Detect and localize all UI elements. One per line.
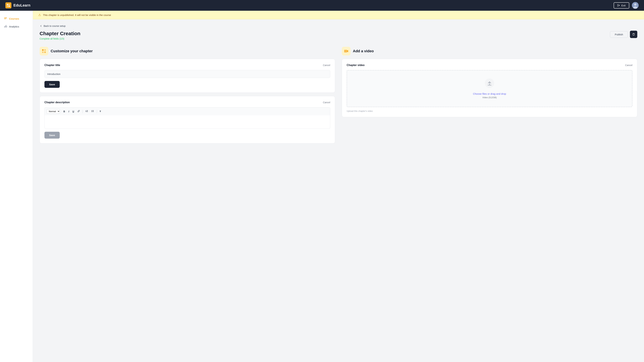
svg-rect-25 [92, 110, 94, 111]
brand-name: EduLearn [14, 3, 30, 7]
svg-point-24 [92, 112, 92, 112]
sidebar-analytics-label: Analytics [9, 25, 19, 28]
svg-point-5 [634, 3, 636, 6]
svg-rect-15 [44, 49, 46, 51]
delete-icon [632, 33, 635, 36]
navbar: EduLearn Exit [0, 0, 644, 11]
svg-rect-13 [7, 26, 7, 27]
sidebar: Courses Analytics [0, 11, 33, 362]
chapter-title-save-button[interactable]: Save [44, 81, 60, 88]
warning-banner: ⚠ This chapter is unpublished. It will n… [33, 11, 644, 19]
delete-button[interactable] [630, 31, 637, 38]
svg-rect-0 [7, 4, 8, 5]
exit-label: Exit [621, 4, 626, 7]
ordered-list-button[interactable]: 1. [84, 109, 90, 113]
svg-rect-28 [344, 50, 347, 52]
chapter-description-card: Chapter description Cancel Normal B I U [40, 96, 335, 143]
page-header: Chapter Creation Complete all fields (1/… [40, 31, 637, 40]
customize-icon-wrap [40, 47, 48, 55]
sidebar-item-analytics[interactable]: Analytics [0, 23, 33, 30]
chapter-title-cancel-button[interactable]: Cancel [323, 64, 330, 66]
brand: EduLearn [5, 2, 30, 8]
svg-rect-27 [92, 112, 94, 112]
chapter-title-card-header: Chapter title Cancel [44, 64, 330, 67]
video-icon [344, 49, 348, 53]
header-actions: Publish [610, 31, 637, 38]
main-wrapper: ⚠ This chapter is unpublished. It will n… [33, 11, 644, 152]
two-column-layout: Customize your chapter Chapter title Can… [40, 47, 637, 147]
svg-rect-21 [86, 112, 88, 112]
chapter-title-input[interactable] [44, 70, 330, 78]
svg-rect-11 [5, 26, 6, 27]
svg-rect-10 [4, 26, 5, 27]
svg-text:1.: 1. [85, 110, 87, 112]
navbar-right: Exit [614, 2, 639, 9]
svg-rect-7 [4, 17, 7, 18]
upload-icon [485, 78, 494, 90]
svg-rect-1 [8, 4, 10, 5]
chapter-description-label: Chapter description [44, 101, 70, 104]
warning-icon: ⚠ [38, 13, 41, 17]
customize-icon [42, 49, 46, 53]
chapter-video-card-header: Chapter video Cancel [347, 64, 632, 67]
underline-button[interactable]: U [71, 109, 76, 113]
sidebar-item-courses[interactable]: Courses [0, 15, 33, 23]
unordered-list-button[interactable] [90, 109, 96, 113]
italic-button[interactable]: I [67, 109, 70, 113]
svg-rect-9 [4, 19, 6, 19]
sidebar-courses-label: Courses [9, 17, 19, 20]
video-column: Add a video Chapter video Cancel [342, 47, 637, 147]
format-select[interactable]: Normal [46, 109, 60, 114]
svg-rect-16 [42, 51, 44, 53]
link-button[interactable] [76, 109, 81, 113]
chapter-video-cancel-button[interactable]: Cancel [625, 64, 632, 66]
customize-section-header: Customize your chapter [40, 47, 335, 55]
back-link[interactable]: Back to course setup [40, 25, 637, 27]
upload-hint: Video (512GB) [482, 96, 497, 99]
chapter-title-label: Chapter title [44, 64, 60, 67]
svg-rect-17 [44, 51, 46, 53]
back-label: Back to course setup [44, 25, 66, 27]
brand-icon [5, 2, 12, 8]
page-title-block: Chapter Creation Complete all fields (1/… [40, 31, 80, 40]
editor-toolbar: Normal B I U [44, 107, 330, 115]
analytics-icon [4, 25, 7, 28]
svg-rect-14 [42, 49, 44, 51]
svg-rect-26 [92, 111, 94, 111]
upload-link[interactable]: Choose files or drag and drop [473, 92, 506, 95]
video-icon-wrap [342, 47, 350, 55]
exit-icon [617, 4, 620, 7]
svg-rect-2 [7, 5, 8, 7]
editor-area[interactable] [44, 115, 330, 129]
chapter-title-card: Chapter title Cancel Save [40, 59, 335, 93]
svg-rect-8 [4, 18, 7, 18]
svg-point-22 [92, 110, 92, 111]
svg-point-23 [92, 111, 92, 111]
svg-rect-3 [8, 5, 10, 7]
chapter-description-save-button[interactable]: Save [44, 132, 60, 139]
bold-button[interactable]: B [62, 109, 66, 113]
exit-button[interactable]: Exit [614, 2, 629, 8]
back-arrow-icon [40, 25, 42, 27]
toolbar-divider [82, 110, 83, 113]
video-section-title: Add a video [353, 49, 374, 53]
video-upload-area[interactable]: Choose files or drag and drop Video (512… [347, 70, 632, 107]
toolbar-divider-2 [97, 110, 97, 113]
page-content: Back to course setup Chapter Creation Co… [33, 19, 644, 152]
page-title: Chapter Creation [40, 31, 80, 36]
customize-column: Customize your chapter Chapter title Can… [40, 47, 335, 147]
svg-rect-19 [86, 110, 88, 111]
publish-button[interactable]: Publish [610, 31, 628, 38]
avatar[interactable] [632, 2, 639, 9]
clear-format-button[interactable]: T [98, 109, 102, 113]
chapter-video-label: Chapter video [347, 64, 364, 67]
video-upload-footer: Upload this chapter's video [347, 110, 632, 112]
customize-section-title: Customize your chapter [51, 49, 93, 53]
video-section-header: Add a video [342, 47, 637, 55]
warning-text: This chapter is unpublished. It will not… [43, 13, 111, 16]
chapter-video-card: Chapter video Cancel Choose files or dra… [342, 59, 637, 117]
courses-icon [4, 17, 7, 21]
chapter-description-cancel-button[interactable]: Cancel [323, 101, 330, 104]
chapter-description-card-header: Chapter description Cancel [44, 101, 330, 104]
svg-rect-12 [6, 25, 6, 27]
